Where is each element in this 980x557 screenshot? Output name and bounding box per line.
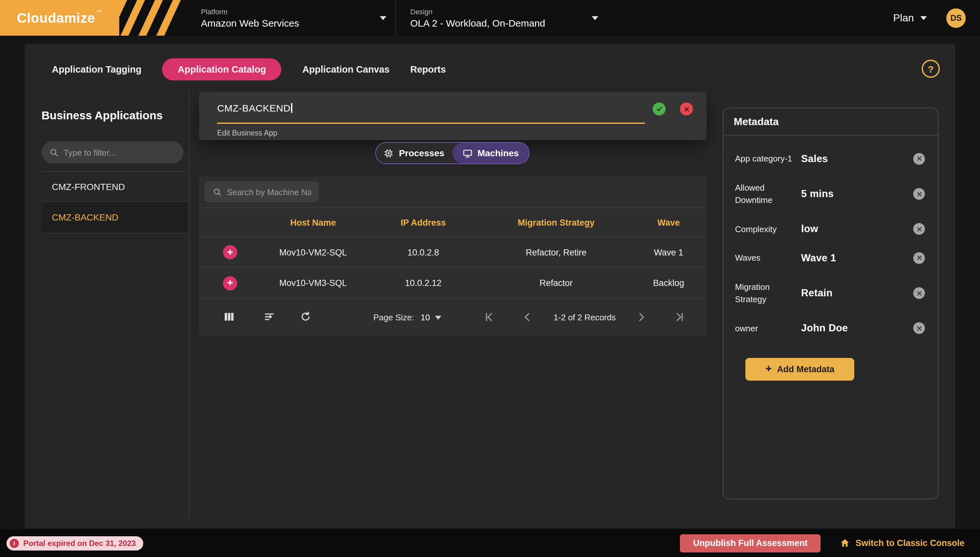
chevron-left-icon [522,311,533,323]
metadata-value: John Doe [801,322,909,334]
cell-wave: Backlog [631,278,707,288]
help-button[interactable]: ? [921,60,940,78]
filter-input[interactable] [63,148,176,157]
sidebar-item-cmz-backend[interactable]: CMZ-BACKEND [41,202,188,233]
cpu-icon [384,148,394,158]
previous-page-button[interactable] [521,311,534,324]
toggle-machines[interactable]: Machines [452,143,529,163]
remove-metadata-button[interactable] [913,188,925,200]
business-app-name-input[interactable]: CMZ-BACKEND [217,103,292,114]
page-size-control: Page Size: 10 [373,299,442,336]
add-metadata-button[interactable]: + Add Metadata [745,358,854,381]
machine-search-box [205,182,319,202]
expand-row-button[interactable]: + [223,245,237,259]
plan-selector[interactable]: Plan [893,12,927,24]
table-footer: Page Size: 10 1-2 of 2 Record [199,299,707,336]
metadata-key: Waves [735,252,797,264]
remove-metadata-button[interactable] [913,322,925,334]
table-row: + Mov10-VM3-SQL 10.0.2.12 Refactor Backl… [199,268,707,299]
toggle-machines-label: Machines [477,148,519,158]
cell-migration-strategy: Refactor, Retire [481,248,631,257]
platform-selector[interactable]: Platform Amazon Web Services [201,7,395,28]
confirm-button[interactable] [653,103,666,116]
tab-application-canvas[interactable]: Application Canvas [302,64,390,75]
metadata-entry: Allowed Downtime 5 mins [735,181,928,207]
cell-host-name: Mov10-VM2-SQL [261,248,365,257]
column-migration-strategy[interactable]: Migration Strategy [481,218,631,227]
logo-stripes [119,0,182,36]
cell-ip-address: 10.0.2.8 [365,248,481,257]
first-page-button[interactable] [484,311,496,324]
sidebar-item-cmz-frontend[interactable]: CMZ-FRONTEND [41,171,188,202]
metadata-entry: Complexity low [735,223,928,235]
metadata-title: Metadata [723,108,938,135]
page-size-select[interactable]: 10 [421,313,442,322]
metadata-panel: Metadata App category-1 Sales Allowed Do… [723,107,939,499]
table-header-row: Host Name IP Address Migration Strategy … [199,207,707,237]
close-icon [916,226,922,232]
metadata-list: App category-1 Sales Allowed Downtime 5 … [723,135,938,381]
cancel-button[interactable] [680,103,693,116]
design-selector[interactable]: Design OLA 2 - Workload, On-Demand [410,7,605,28]
expand-row-button[interactable]: + [223,276,237,290]
tab-application-tagging[interactable]: Application Tagging [52,64,141,75]
cell-migration-strategy: Refactor [481,278,631,288]
tab-application-catalog[interactable]: Application Catalog [163,59,282,80]
close-icon [916,290,922,296]
column-wave[interactable]: Wave [631,218,707,227]
main-panel: Application Tagging Application Catalog … [24,44,956,528]
toggle-processes-label: Processes [399,148,444,158]
next-page-button[interactable] [635,311,647,324]
column-host-name[interactable]: Host Name [261,218,365,227]
chevron-down-icon [592,16,598,20]
brand-name: Cloudamize [17,10,95,26]
columns-button[interactable] [222,311,235,324]
machine-search-input[interactable] [227,187,311,197]
row-layout-button[interactable] [263,311,275,324]
bottom-bar: i Portal expired on Dec 31, 2023 Unpubli… [0,529,980,557]
column-ip-address[interactable]: IP Address [365,218,481,227]
metadata-key: Allowed Downtime [735,181,797,207]
refresh-button[interactable] [299,311,312,324]
toggle-processes[interactable]: Processes [376,143,452,163]
switch-to-classic-console[interactable]: Switch to Classic Console [840,538,964,548]
expiry-text: Portal expired on Dec 31, 2023 [23,539,136,547]
metadata-key: owner [735,322,797,335]
sidebar-divider [189,90,189,519]
info-icon: i [10,539,19,547]
avatar[interactable]: DS [946,8,966,28]
remove-metadata-button[interactable] [913,287,925,299]
chevron-down-icon [920,16,927,20]
last-page-button[interactable] [672,311,685,324]
search-icon [49,148,59,157]
chevron-down-icon [380,16,386,20]
input-underline [217,122,645,124]
machines-table-panel: Host Name IP Address Migration Strategy … [199,176,707,336]
unpublish-button[interactable]: Unpublish Full Assessment [680,534,821,552]
close-icon [916,326,922,331]
remove-metadata-button[interactable] [913,252,925,264]
check-icon [655,105,663,113]
tab-bar: Application Tagging Application Catalog … [52,59,446,80]
refresh-icon [300,311,311,322]
search-icon [213,187,222,197]
view-toggle: Processes Machines [375,142,530,164]
design-value: OLA 2 - Workload, On-Demand [410,17,545,28]
metadata-entry: Migration Strategy Retain [735,280,928,306]
cell-wave: Wave 1 [631,248,707,257]
tab-reports[interactable]: Reports [410,64,446,75]
text-cursor [291,103,292,113]
top-header: Cloudamize ™ Platform Amazon Web Service… [0,0,980,36]
plan-label: Plan [893,12,914,24]
add-metadata-label: Add Metadata [777,365,834,374]
remove-metadata-button[interactable] [913,153,925,165]
close-icon [683,105,690,112]
cell-host-name: Mov10-VM3-SQL [261,278,365,288]
cloudamize-logo[interactable]: Cloudamize ™ [0,0,182,36]
table-row: + Mov10-VM2-SQL 10.0.2.8 Refactor, Retir… [199,237,707,268]
close-icon [916,255,922,261]
close-icon [916,156,922,162]
remove-metadata-button[interactable] [913,223,925,235]
plus-icon: + [765,362,772,375]
design-label: Design [410,7,545,15]
